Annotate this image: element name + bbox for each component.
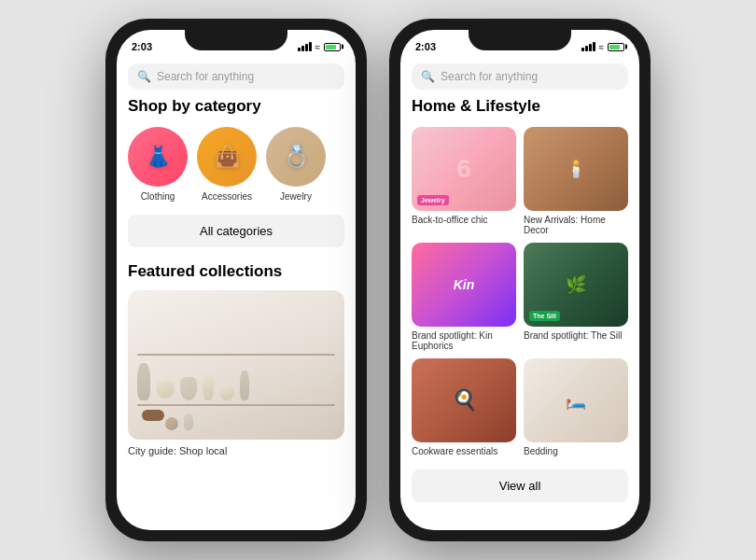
search-placeholder-right: Search for anything xyxy=(441,70,538,83)
signal-icon xyxy=(298,42,312,51)
jewelry-icon: 💍 xyxy=(284,145,309,169)
sill-badge: The Sill xyxy=(529,311,560,321)
clothing-icon: 👗 xyxy=(146,145,171,169)
featured-title: Featured collections xyxy=(128,262,344,281)
featured-image[interactable] xyxy=(128,290,344,440)
search-bar-right[interactable]: 🔍 Search for anything xyxy=(412,63,628,90)
accessories-icon: 👜 xyxy=(215,145,240,169)
grid-caption-kin: Brand spotlight: Kin Euphorics xyxy=(412,330,516,351)
time-right: 2:03 xyxy=(415,41,436,52)
grid-caption-homedecor: New Arrivals: Home Decor xyxy=(524,215,628,235)
clothing-label: Clothing xyxy=(141,191,175,202)
grid-caption-cookware: Cookware essentials xyxy=(412,446,516,456)
phone-right: 2:03 ≈ 🔍 Search for anyth xyxy=(389,19,651,541)
notch-right xyxy=(469,30,571,50)
notch-left xyxy=(185,30,287,50)
battery-icon-right xyxy=(608,43,624,51)
grid-img-bedding: 🛏️ xyxy=(524,358,628,442)
screen-content-right: Home & Lifestyle 6 Jewelry Back-to-offic… xyxy=(400,97,639,523)
backoffice-badge: Jewelry xyxy=(417,195,449,205)
phone-right-screen: 2:03 ≈ 🔍 Search for anyth xyxy=(400,30,639,530)
search-bar-left[interactable]: 🔍 Search for anything xyxy=(128,63,344,90)
grid-caption-sill: Brand spotlight: The Sill xyxy=(524,330,628,341)
grid-img-backoffice: 6 Jewelry xyxy=(412,127,516,211)
view-all-button[interactable]: View all xyxy=(412,469,628,502)
time-left: 2:03 xyxy=(132,41,152,52)
phones-container: 2:03 ≈ 🔍 Search for anyth xyxy=(105,19,651,541)
section-title-category: Shop by category xyxy=(128,97,344,116)
category-item-jewelry[interactable]: 💍 Jewelry xyxy=(266,127,326,202)
grid-item-bedding[interactable]: 🛏️ Bedding xyxy=(524,358,628,456)
grid-img-cookware: 🍳 xyxy=(412,358,516,442)
wifi-icon-right: ≈ xyxy=(599,42,605,52)
featured-caption: City guide: Shop local xyxy=(128,445,344,456)
status-icons-right: ≈ xyxy=(581,42,625,52)
phone-left: 2:03 ≈ 🔍 Search for anyth xyxy=(105,19,367,541)
search-icon: 🔍 xyxy=(137,70,151,83)
phone-left-screen: 2:03 ≈ 🔍 Search for anyth xyxy=(117,30,356,530)
grid-item-homedecor[interactable]: 🕯️ New Arrivals: Home Decor xyxy=(524,127,628,235)
categories-row: 👗 Clothing 👜 Accessories xyxy=(128,127,344,202)
search-placeholder-left: Search for anything xyxy=(157,70,254,83)
grid-img-homedecor: 🕯️ xyxy=(524,127,628,211)
grid-home-lifestyle: 6 Jewelry Back-to-office chic 🕯️ New Arr… xyxy=(412,127,628,456)
category-circle-accessories: 👜 xyxy=(197,127,257,187)
grid-item-cookware[interactable]: 🍳 Cookware essentials xyxy=(412,358,516,456)
featured-image-bg xyxy=(128,290,344,440)
signal-icon-right xyxy=(581,42,595,51)
all-categories-button[interactable]: All categories xyxy=(128,215,344,247)
grid-item-kin[interactable]: Kin Brand spotlight: Kin Euphorics xyxy=(412,243,516,351)
screen-content-left: Shop by category 👗 Clothing xyxy=(117,97,356,523)
category-circle-clothing: 👗 xyxy=(128,127,188,187)
category-circle-jewelry: 💍 xyxy=(266,127,326,187)
grid-item-sill[interactable]: 🌿 The Sill Brand spotlight: The Sill xyxy=(524,243,628,351)
wifi-icon: ≈ xyxy=(315,42,321,52)
category-item-accessories[interactable]: 👜 Accessories xyxy=(197,127,257,202)
jewelry-label: Jewelry xyxy=(280,191,312,202)
status-icons-left: ≈ xyxy=(298,42,342,52)
grid-caption-backoffice: Back-to-office chic xyxy=(412,215,516,225)
grid-caption-bedding: Bedding xyxy=(524,446,628,456)
accessories-label: Accessories xyxy=(202,191,252,202)
search-icon-right: 🔍 xyxy=(421,70,435,83)
grid-img-sill: 🌿 The Sill xyxy=(524,243,628,327)
battery-icon xyxy=(324,43,341,51)
home-lifestyle-title: Home & Lifestyle xyxy=(412,97,628,116)
category-item-clothing[interactable]: 👗 Clothing xyxy=(128,127,188,202)
grid-item-backoffice[interactable]: 6 Jewelry Back-to-office chic xyxy=(412,127,516,235)
grid-img-kin: Kin xyxy=(412,243,516,327)
